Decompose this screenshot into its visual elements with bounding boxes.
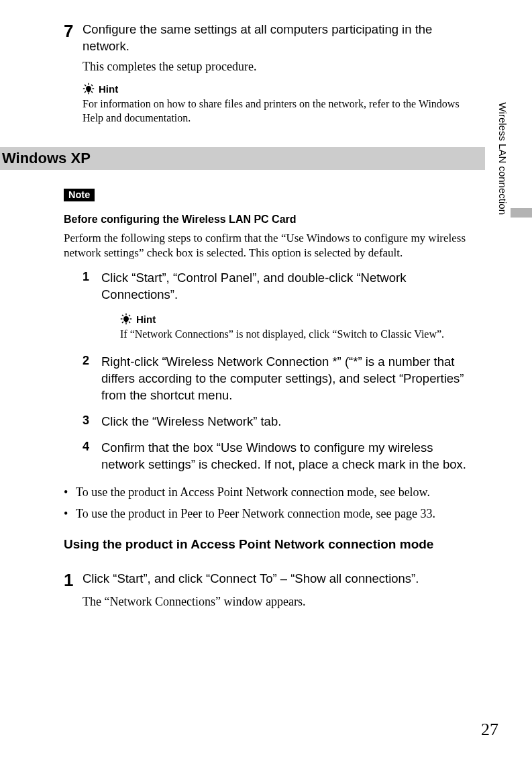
bullet-text: To use the product in Access Point Netwo… xyxy=(76,484,430,500)
svg-rect-19 xyxy=(125,321,127,322)
hint-lightbulb-icon xyxy=(83,83,95,95)
step-7-row: 7 Configure the same settings at all com… xyxy=(64,21,472,55)
bullet-item: • To use the product in Peer to Peer Net… xyxy=(64,506,472,522)
note-badge: Note xyxy=(64,189,95,201)
bullet-marker: • xyxy=(64,506,76,522)
side-chapter-label: Wireless LAN connection xyxy=(497,87,509,215)
step-row: 2 Right-click “Wireless Network Connecti… xyxy=(83,354,472,404)
step-row: 3 Click the “Wireless Network” tab. xyxy=(83,414,472,430)
step-text: Click “Start”, and click “Connect To” – … xyxy=(83,571,472,590)
bullet-item: • To use the product in Access Point Net… xyxy=(64,484,472,500)
section-title: Using the product in Access Point Networ… xyxy=(64,536,472,553)
step-number: 1 xyxy=(64,571,83,590)
hint-text: For information on how to share files an… xyxy=(83,97,472,126)
svg-line-6 xyxy=(91,85,93,86)
page-number: 27 xyxy=(481,720,498,740)
chapter-tab-marker xyxy=(511,208,532,218)
svg-line-15 xyxy=(122,315,123,316)
step-text: Click the “Wireless Network” tab. xyxy=(101,414,472,430)
step-number: 2 xyxy=(83,354,101,404)
hint-label: Hint xyxy=(99,83,118,95)
step-number: 4 xyxy=(83,440,101,473)
step-text: Right-click “Wireless Network Connection… xyxy=(101,354,472,404)
svg-point-10 xyxy=(124,317,128,321)
step-text: Confirm that the box “Use Windows to con… xyxy=(101,440,472,473)
svg-line-16 xyxy=(129,315,130,316)
step-text: Click “Start”, “Control Panel”, and doub… xyxy=(101,270,472,303)
bullet-text: To use the product in Peer to Peer Netwo… xyxy=(76,506,435,522)
step-number: 7 xyxy=(64,21,83,55)
bullet-marker: • xyxy=(64,484,76,500)
step-number: 3 xyxy=(83,414,101,430)
svg-line-5 xyxy=(85,85,86,86)
step-number: 1 xyxy=(83,270,101,303)
svg-line-18 xyxy=(129,322,130,323)
step-row: 1 Click “Start”, “Control Panel”, and do… xyxy=(83,270,472,303)
step-row: 4 Confirm that the box “Use Windows to c… xyxy=(83,440,472,473)
ap-step-1-row: 1 Click “Start”, and click “Connect To” … xyxy=(64,571,472,590)
hint-lightbulb-icon xyxy=(120,313,132,325)
svg-line-8 xyxy=(91,91,93,93)
svg-line-7 xyxy=(85,91,86,93)
step-substatement: The “Network Connections” window appears… xyxy=(83,594,472,610)
step-substatement: This completes the setup procedure. xyxy=(83,59,472,75)
hint-row: Hint xyxy=(120,313,472,325)
hint-label: Hint xyxy=(136,314,156,325)
svg-line-17 xyxy=(122,322,123,323)
section-header-bar: Windows XP xyxy=(0,147,485,170)
svg-point-0 xyxy=(87,87,91,91)
hint-text: If “Network Connections” is not displaye… xyxy=(120,328,472,342)
intro-paragraph: Perform the following steps to confirm t… xyxy=(64,231,472,260)
subsection-heading: Before configuring the Wireless LAN PC C… xyxy=(64,213,472,226)
hint-row: Hint xyxy=(83,83,472,95)
svg-rect-9 xyxy=(87,91,89,92)
step-text: Configure the same settings at all compu… xyxy=(83,21,472,55)
